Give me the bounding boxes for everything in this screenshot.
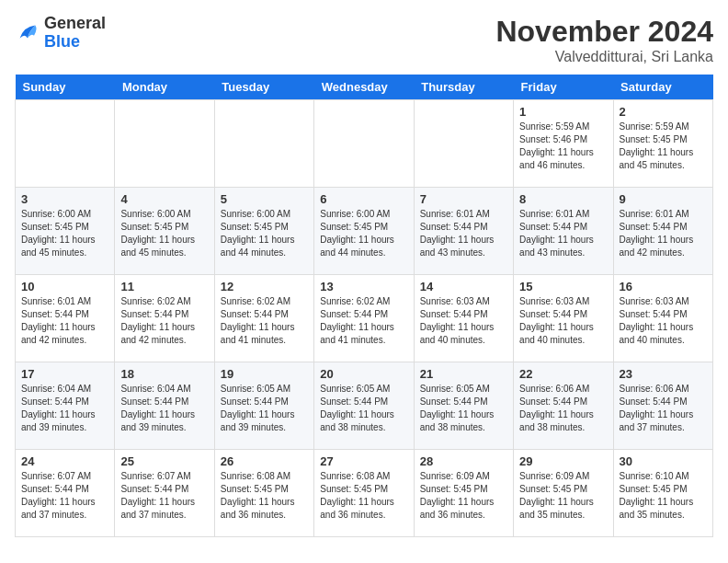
day-number: 24 [21,454,108,468]
header-day-sunday: Sunday [16,75,115,100]
day-number: 19 [221,367,308,381]
calendar-cell: 9Sunrise: 6:01 AMSunset: 5:44 PMDaylight… [613,188,712,275]
logo-general: General [44,15,106,33]
cell-info: Sunrise: 6:02 AMSunset: 5:44 PMDaylight:… [120,295,208,347]
day-number: 18 [120,367,208,381]
cell-info: Sunrise: 6:07 AMSunset: 5:44 PMDaylight:… [120,470,208,522]
cell-info: Sunrise: 6:06 AMSunset: 5:44 PMDaylight:… [620,383,707,434]
cell-info: Sunrise: 6:00 AMSunset: 5:45 PMDaylight:… [120,208,208,259]
calendar-cell [414,100,513,188]
calendar-cell: 19Sunrise: 6:05 AMSunset: 5:44 PMDayligh… [214,362,313,450]
day-number: 26 [221,454,308,468]
week-row-2: 10Sunrise: 6:01 AMSunset: 5:44 PMDayligh… [16,275,713,362]
calendar-cell: 20Sunrise: 6:05 AMSunset: 5:44 PMDayligh… [314,362,414,450]
cell-info: Sunrise: 6:05 AMSunset: 5:44 PMDaylight:… [320,383,407,434]
cell-info: Sunrise: 6:04 AMSunset: 5:44 PMDaylight:… [120,383,208,434]
calendar-cell: 28Sunrise: 6:09 AMSunset: 5:45 PMDayligh… [414,450,513,537]
calendar-cell [314,100,414,188]
cell-info: Sunrise: 6:05 AMSunset: 5:44 PMDaylight:… [221,383,308,434]
cell-info: Sunrise: 6:03 AMSunset: 5:44 PMDaylight:… [519,295,607,347]
calendar-cell: 24Sunrise: 6:07 AMSunset: 5:44 PMDayligh… [16,450,115,537]
day-number: 13 [320,280,407,293]
header-day-monday: Monday [115,75,214,100]
calendar-cell: 4Sunrise: 6:00 AMSunset: 5:45 PMDaylight… [115,188,214,275]
day-number: 27 [320,454,407,468]
calendar-cell [214,100,313,188]
day-number: 10 [21,280,108,293]
day-number: 28 [420,454,507,468]
day-number: 16 [620,280,707,293]
calendar-cell: 27Sunrise: 6:08 AMSunset: 5:45 PMDayligh… [314,450,414,537]
calendar-cell: 11Sunrise: 6:02 AMSunset: 5:44 PMDayligh… [115,275,214,362]
day-number: 7 [420,192,507,206]
cell-info: Sunrise: 6:00 AMSunset: 5:45 PMDaylight:… [21,208,108,259]
calendar-cell [115,100,214,188]
calendar-table: SundayMondayTuesdayWednesdayThursdayFrid… [15,75,713,537]
day-number: 6 [320,192,407,206]
calendar-cell: 22Sunrise: 6:06 AMSunset: 5:44 PMDayligh… [514,362,613,450]
day-number: 22 [519,367,607,381]
header-day-wednesday: Wednesday [314,75,414,100]
calendar-cell: 12Sunrise: 6:02 AMSunset: 5:44 PMDayligh… [214,275,313,362]
day-number: 25 [120,454,208,468]
cell-info: Sunrise: 6:00 AMSunset: 5:45 PMDaylight:… [221,208,308,259]
cell-info: Sunrise: 6:09 AMSunset: 5:45 PMDaylight:… [420,470,507,522]
calendar-cell: 10Sunrise: 6:01 AMSunset: 5:44 PMDayligh… [16,275,115,362]
cell-info: Sunrise: 5:59 AMSunset: 5:45 PMDaylight:… [620,121,707,172]
cell-info: Sunrise: 5:59 AMSunset: 5:46 PMDaylight:… [519,121,607,172]
day-number: 20 [320,367,407,381]
cell-info: Sunrise: 6:02 AMSunset: 5:44 PMDaylight:… [320,295,407,347]
calendar-cell: 5Sunrise: 6:00 AMSunset: 5:45 PMDaylight… [214,188,313,275]
cell-info: Sunrise: 6:08 AMSunset: 5:45 PMDaylight:… [221,470,308,522]
day-number: 23 [620,367,707,381]
cell-info: Sunrise: 6:06 AMSunset: 5:44 PMDaylight:… [519,383,607,434]
calendar-cell: 16Sunrise: 6:03 AMSunset: 5:44 PMDayligh… [613,275,712,362]
cell-info: Sunrise: 6:03 AMSunset: 5:44 PMDaylight:… [620,295,707,347]
calendar-cell: 13Sunrise: 6:02 AMSunset: 5:44 PMDayligh… [314,275,414,362]
day-number: 2 [620,105,707,119]
calendar-cell: 18Sunrise: 6:04 AMSunset: 5:44 PMDayligh… [115,362,214,450]
logo-bird-icon [15,20,40,46]
calendar-cell: 17Sunrise: 6:04 AMSunset: 5:44 PMDayligh… [16,362,115,450]
cell-info: Sunrise: 6:08 AMSunset: 5:45 PMDaylight:… [320,470,407,522]
calendar-cell: 2Sunrise: 5:59 AMSunset: 5:45 PMDaylight… [613,100,712,188]
cell-info: Sunrise: 6:01 AMSunset: 5:44 PMDaylight:… [420,208,507,259]
logo-text: General Blue [44,15,106,52]
cell-info: Sunrise: 6:04 AMSunset: 5:44 PMDaylight:… [21,383,108,434]
calendar-cell: 14Sunrise: 6:03 AMSunset: 5:44 PMDayligh… [414,275,513,362]
day-number: 30 [620,454,707,468]
header-row: SundayMondayTuesdayWednesdayThursdayFrid… [16,75,713,100]
cell-info: Sunrise: 6:01 AMSunset: 5:44 PMDaylight:… [519,208,607,259]
day-number: 3 [21,192,108,206]
header-day-friday: Friday [514,75,613,100]
cell-info: Sunrise: 6:09 AMSunset: 5:45 PMDaylight:… [519,470,607,522]
day-number: 11 [120,280,208,293]
week-row-1: 3Sunrise: 6:00 AMSunset: 5:45 PMDaylight… [16,188,713,275]
day-number: 15 [519,280,607,293]
page-subtitle: Valvedditturai, Sri Lanka [495,49,713,65]
header-day-thursday: Thursday [414,75,513,100]
cell-info: Sunrise: 6:07 AMSunset: 5:44 PMDaylight:… [21,470,108,522]
week-row-4: 24Sunrise: 6:07 AMSunset: 5:44 PMDayligh… [16,450,713,537]
day-number: 8 [519,192,607,206]
cell-info: Sunrise: 6:01 AMSunset: 5:44 PMDaylight:… [620,208,707,259]
cell-info: Sunrise: 6:01 AMSunset: 5:44 PMDaylight:… [21,295,108,347]
calendar-cell: 26Sunrise: 6:08 AMSunset: 5:45 PMDayligh… [214,450,313,537]
cell-info: Sunrise: 6:10 AMSunset: 5:45 PMDaylight:… [620,470,707,522]
day-number: 17 [21,367,108,381]
calendar-cell: 1Sunrise: 5:59 AMSunset: 5:46 PMDaylight… [514,100,613,188]
cell-info: Sunrise: 6:00 AMSunset: 5:45 PMDaylight:… [320,208,407,259]
calendar-cell: 25Sunrise: 6:07 AMSunset: 5:44 PMDayligh… [115,450,214,537]
title-block: November 2024 Valvedditturai, Sri Lanka [495,15,713,65]
day-number: 12 [221,280,308,293]
day-number: 4 [120,192,208,206]
header-day-tuesday: Tuesday [214,75,313,100]
cell-info: Sunrise: 6:02 AMSunset: 5:44 PMDaylight:… [221,295,308,347]
page-title: November 2024 [495,15,713,49]
cell-info: Sunrise: 6:05 AMSunset: 5:44 PMDaylight:… [420,383,507,434]
calendar-cell: 8Sunrise: 6:01 AMSunset: 5:44 PMDaylight… [514,188,613,275]
day-number: 14 [420,280,507,293]
cell-info: Sunrise: 6:03 AMSunset: 5:44 PMDaylight:… [420,295,507,347]
calendar-cell: 6Sunrise: 6:00 AMSunset: 5:45 PMDaylight… [314,188,414,275]
day-number: 5 [221,192,308,206]
